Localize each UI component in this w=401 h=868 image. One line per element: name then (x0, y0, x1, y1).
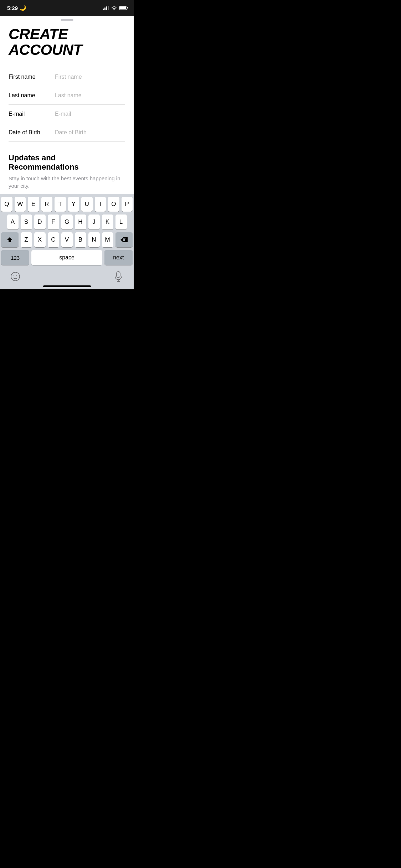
keyboard-row-1: Q W E R T Y U I O P (1, 197, 133, 212)
key-f[interactable]: F (48, 215, 59, 229)
svg-rect-1 (119, 6, 126, 9)
key-a[interactable]: A (7, 215, 19, 229)
first-name-input[interactable] (55, 74, 126, 80)
dob-input[interactable] (55, 129, 126, 136)
first-name-label: First name (9, 74, 55, 80)
key-j[interactable]: J (88, 215, 100, 229)
last-name-label: Last name (9, 92, 55, 99)
svg-point-5 (16, 275, 17, 276)
status-bar: 5:29 🌙 (0, 0, 134, 16)
page-title: CREATE ACCOUNT (9, 26, 125, 58)
main-content: CREATE ACCOUNT First name Last name E-ma… (0, 16, 134, 289)
key-u[interactable]: U (81, 197, 93, 212)
content-inner: CREATE ACCOUNT First name Last name E-ma… (0, 21, 134, 142)
key-s[interactable]: S (21, 215, 32, 229)
key-e[interactable]: E (28, 197, 39, 212)
key-g[interactable]: G (61, 215, 73, 229)
updates-description: Stay in touch with the best events happe… (9, 175, 125, 190)
key-m[interactable]: M (102, 232, 113, 247)
key-q[interactable]: Q (1, 197, 12, 212)
key-p[interactable]: P (122, 197, 133, 212)
updates-title: Updates and Recommendations (9, 153, 125, 172)
dob-label: Date of Birth (9, 129, 55, 136)
keyboard: Q W E R T Y U I O P A S D F G H J K L (0, 194, 134, 289)
last-name-input[interactable] (55, 92, 126, 99)
sheet-handle (0, 16, 134, 21)
key-z[interactable]: Z (21, 232, 32, 247)
next-key[interactable]: next (104, 250, 133, 265)
svg-point-4 (14, 275, 14, 276)
backspace-key[interactable] (115, 232, 133, 247)
first-name-field[interactable]: First name (9, 68, 125, 86)
status-time: 5:29 🌙 (7, 5, 26, 11)
key-n[interactable]: N (88, 232, 100, 247)
space-key[interactable]: space (31, 250, 102, 265)
dob-field[interactable]: Date of Birth (9, 123, 125, 142)
email-input[interactable] (55, 111, 126, 117)
key-d[interactable]: D (34, 215, 46, 229)
key-x[interactable]: X (34, 232, 46, 247)
form-fields: First name Last name E-mail Date of Birt… (9, 68, 125, 142)
key-v[interactable]: V (61, 232, 73, 247)
keyboard-row-2: A S D F G H J K L (1, 215, 133, 229)
key-l[interactable]: L (115, 215, 127, 229)
status-icons (103, 6, 128, 10)
key-c[interactable]: C (48, 232, 59, 247)
shift-key[interactable] (1, 232, 19, 247)
key-t[interactable]: T (55, 197, 66, 212)
key-y[interactable]: Y (68, 197, 79, 212)
time-display: 5:29 (7, 5, 18, 11)
key-k[interactable]: K (102, 215, 113, 229)
mic-icon[interactable] (113, 271, 124, 282)
wifi-icon (111, 6, 117, 10)
battery-icon (119, 6, 128, 10)
email-label: E-mail (9, 111, 55, 117)
updates-section: Updates and Recommendations Stay in touc… (0, 153, 134, 194)
key-i[interactable]: I (95, 197, 106, 212)
signal-icon (103, 6, 109, 10)
last-name-field[interactable]: Last name (9, 86, 125, 105)
scroll-area: CREATE ACCOUNT First name Last name E-ma… (0, 21, 134, 194)
key-w[interactable]: W (15, 197, 26, 212)
moon-icon: 🌙 (20, 5, 26, 11)
svg-rect-6 (117, 272, 120, 278)
key-h[interactable]: H (75, 215, 86, 229)
key-r[interactable]: R (41, 197, 53, 212)
keyboard-row-4: 123 space next (1, 250, 133, 265)
svg-point-3 (11, 272, 20, 281)
svg-rect-2 (127, 7, 128, 9)
home-indicator (43, 285, 91, 287)
keyboard-row-3: Z X C V B N M (1, 232, 133, 247)
email-field[interactable]: E-mail (9, 105, 125, 123)
emoji-icon[interactable] (10, 271, 21, 282)
key-b[interactable]: B (75, 232, 86, 247)
numbers-key[interactable]: 123 (1, 250, 29, 265)
key-o[interactable]: O (108, 197, 119, 212)
